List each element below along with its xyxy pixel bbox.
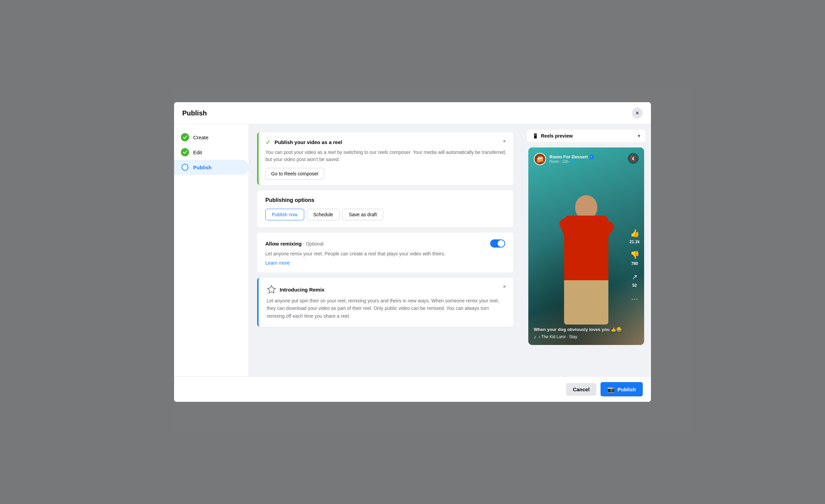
reel-suggestion-card: ✓ Publish your video as a reel You can p… (257, 132, 513, 185)
more-action[interactable]: ··· (629, 293, 640, 304)
remix-intro-card: Introducing Remix Let anyone put spin th… (257, 278, 513, 327)
preview-button-label: Reels preview (541, 133, 573, 139)
sidebar-item-create[interactable]: Create (174, 130, 249, 145)
publish-tabs: Publish now Schedule Save as draft (265, 209, 505, 220)
remix-intro-close-button[interactable]: × (500, 282, 509, 292)
remix-intro-header: Introducing Remix (267, 285, 505, 294)
svg-marker-0 (267, 285, 275, 293)
share-count: 52 (632, 283, 637, 288)
modal-body: Create Edit Publish (174, 124, 651, 376)
save-as-draft-tab[interactable]: Save as draft (342, 209, 384, 220)
like-action[interactable]: 👍 21.1k (629, 228, 640, 244)
reels-preview-button[interactable]: 📱 Reels preview ▾ (527, 130, 645, 142)
reel-suggestion-header: ✓ Publish your video as a reel (265, 138, 507, 146)
sidebar-item-publish[interactable]: Publish (174, 160, 249, 175)
share-icon: ↗ (629, 271, 640, 282)
reels-meta: Reels · 12h · 🌐 (549, 159, 594, 164)
publish-step-icon (182, 164, 188, 171)
remixing-header: Allow remixing · Optional (265, 239, 505, 248)
account-name: Room For Dessert ✓ (549, 154, 594, 159)
star-icon (267, 285, 276, 294)
reels-account-info: 🍰 Room For Dessert ✓ Reels · 12h · 🌐 (534, 153, 594, 165)
publish-modal: Publish × Create (174, 102, 651, 402)
like-count: 21.1k (629, 239, 640, 244)
reel-suggestion-description: You can post your video as a reel by swi… (265, 149, 507, 163)
sidebar-create-label: Create (193, 135, 208, 140)
sidebar-edit-label: Edit (193, 149, 202, 155)
reel-suggestion-title: Publish your video as a reel (275, 139, 342, 145)
reel-check-icon: ✓ (265, 138, 271, 146)
person-figure (552, 195, 620, 325)
preview-panel: 📱 Reels preview ▾ (522, 124, 651, 376)
go-reels-button[interactable]: Go to Reels composer (265, 168, 324, 179)
verified-badge: ✓ (589, 155, 594, 159)
remix-intro-description: Let anyone put spin their on your reel, … (267, 297, 505, 320)
music-icon: ♪ (534, 334, 536, 340)
cancel-button[interactable]: Cancel (566, 383, 596, 396)
reels-background: 🍰 Room For Dessert ✓ Reels · 12h · 🌐 🔇 (528, 147, 644, 345)
reel-suggestion-close-button[interactable]: × (500, 137, 509, 146)
reels-bottom-info: When your dog obviously loves you 👍😂 ♪ ♪… (534, 327, 624, 340)
publish-button[interactable]: 📷 Publish (601, 382, 643, 396)
reels-caption: When your dog obviously loves you 👍😂 (534, 327, 624, 332)
sidebar: Create Edit Publish (174, 124, 249, 376)
phone-icon: 📱 (532, 133, 538, 139)
thumbs-down-icon: 👎 (629, 250, 640, 261)
allow-remixing-card: Allow remixing · Optional Let anyone rem… (257, 233, 513, 272)
publish-now-tab[interactable]: Publish now (265, 209, 304, 220)
reels-actions: 👍 21.1k 👎 780 ↗ 52 (629, 228, 640, 304)
dislike-count: 780 (631, 261, 638, 266)
remixing-description: Let anyone remix your reel. People can c… (265, 250, 505, 257)
chevron-down-icon: ▾ (638, 133, 640, 139)
edit-step-icon (181, 148, 189, 156)
dislike-action[interactable]: 👎 780 (629, 250, 640, 266)
publishing-options-card: Publishing options Publish now Schedule … (257, 190, 513, 227)
main-content: ✓ Publish your video as a reel You can p… (249, 124, 522, 376)
remixing-learn-more-link[interactable]: Learn more (265, 260, 290, 266)
avatar: 🍰 (534, 153, 546, 165)
create-step-icon (181, 133, 189, 141)
volume-button[interactable]: 🔇 (628, 153, 639, 164)
modal-close-button[interactable]: × (632, 108, 643, 119)
sidebar-item-edit[interactable]: Edit (174, 145, 249, 160)
account-details: Room For Dessert ✓ Reels · 12h · 🌐 (549, 154, 594, 164)
thumbs-up-icon: 👍 (629, 228, 640, 239)
modal-title: Publish (182, 109, 207, 117)
allow-remixing-toggle[interactable] (490, 239, 505, 248)
publishing-options-title: Publishing options (265, 197, 505, 203)
remixing-optional-label: · Optional (303, 241, 324, 247)
reels-preview-frame: 🍰 Room For Dessert ✓ Reels · 12h · 🌐 🔇 (528, 147, 644, 345)
modal-footer: Cancel 📷 Publish (174, 376, 651, 402)
modal-header: Publish × (174, 102, 651, 124)
remixing-title: Allow remixing · Optional (265, 241, 324, 247)
music-label: ♪ The Kid Laroi · Stay (538, 334, 577, 339)
reels-music-info: ♪ ♪ The Kid Laroi · Stay (534, 334, 624, 340)
share-action[interactable]: ↗ 52 (629, 271, 640, 288)
schedule-tab[interactable]: Schedule (307, 209, 340, 220)
publish-button-label: Publish (618, 387, 636, 392)
person-pants (564, 280, 608, 325)
more-icon: ··· (629, 293, 640, 304)
camera-icon: 📷 (607, 385, 615, 393)
sidebar-publish-label: Publish (193, 164, 212, 170)
remix-intro-title: Introducing Remix (280, 287, 325, 293)
